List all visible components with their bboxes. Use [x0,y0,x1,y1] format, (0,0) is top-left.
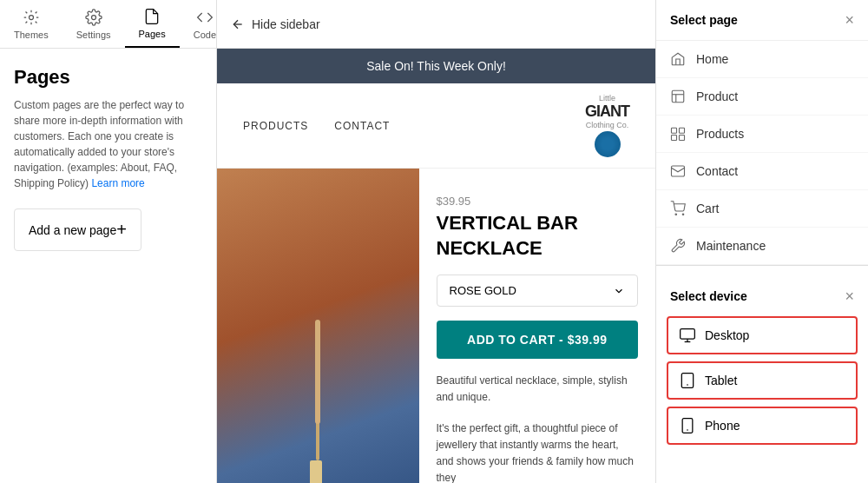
product-section: $39.95 VERTICAL BAR NECKLACE ROSE GOLD A… [217,169,655,483]
brand-logo: Little GIANT Clothing Co. [585,94,629,157]
nav-products[interactable]: PRODUCTS [243,120,308,132]
variant-selector[interactable]: ROSE GOLD [437,275,639,307]
right-panels: Select page × Home Product [655,0,868,483]
select-page-title: Select page [670,13,738,27]
hide-sidebar-button[interactable]: Hide sidebar [217,0,655,49]
svg-point-12 [682,214,684,215]
products-icon [670,126,686,142]
page-cart-label: Cart [696,202,719,215]
brand-prefix: Little [599,94,615,103]
product-title: VERTICAL BAR NECKLACE [437,211,639,261]
svg-point-0 [29,15,33,19]
svg-rect-7 [680,128,685,133]
product-details: $39.95 VERTICAL BAR NECKLACE ROSE GOLD A… [419,169,656,483]
variant-value: ROSE GOLD [450,284,516,297]
toolbar: Themes Settings Pages Code [0,0,216,49]
maintenance-icon [670,238,686,254]
toolbar-settings[interactable]: Settings [62,2,125,47]
page-item-product[interactable]: Product [656,78,868,116]
svg-rect-18 [682,419,693,433]
select-page-header: Select page × [656,0,868,41]
device-desktop-label: Desktop [705,328,749,342]
select-device-section: Select device × Desktop Tablet Phone [656,266,868,452]
toolbar-settings-label: Settings [76,30,111,40]
toolbar-themes[interactable]: Themes [0,2,62,47]
svg-rect-8 [672,136,677,141]
product-description-1: Beautiful vertical necklace, simple, sty… [437,373,639,406]
page-item-contact[interactable]: Contact [656,153,868,190]
sidebar-description: Custom pages are the perfect way to shar… [14,97,202,191]
device-phone[interactable]: Phone [667,407,858,445]
arrow-left-icon [231,17,245,31]
select-device-title: Select device [670,289,747,303]
select-device-close[interactable]: × [845,288,854,304]
monitor-icon [679,327,696,344]
home-icon [670,51,686,67]
main-area: Hide sidebar Sale On! This Week Only! PR… [217,0,655,483]
learn-more-link[interactable]: Learn more [91,177,144,189]
chevron-down-icon [613,285,625,297]
svg-rect-13 [681,329,695,340]
device-phone-label: Phone [705,419,740,433]
page-home-label: Home [696,52,728,66]
svg-rect-9 [680,136,685,141]
page-item-maintenance[interactable]: Maintenance [656,228,868,265]
contact-icon [670,163,686,179]
toolbar-pages-label: Pages [139,29,166,39]
add-page-button[interactable]: Add a new page + [14,208,141,251]
brand-globe-icon [595,131,621,157]
page-products-label: Products [696,127,744,141]
sidebar-content: Pages Custom pages are the perfect way t… [0,49,216,483]
product-image [217,169,419,483]
hide-sidebar-label: Hide sidebar [252,17,320,31]
product-old-price: $39.95 [437,195,639,208]
toolbar-code-label: Code [194,30,216,40]
svg-rect-10 [672,166,685,176]
svg-rect-6 [672,128,677,133]
device-tablet[interactable]: Tablet [667,361,858,400]
select-device-header: Select device × [667,276,858,316]
brand-suffix: Clothing Co. [586,121,629,129]
sale-banner: Sale On! This Week Only! [217,49,655,83]
left-sidebar: Themes Settings Pages Code Pages Custom … [0,0,217,483]
nav-links: PRODUCTS CONTACT [243,120,390,132]
svg-point-1 [91,15,95,19]
preview-inner: Sale On! This Week Only! PRODUCTS CONTAC… [217,49,655,483]
svg-rect-3 [672,90,684,103]
page-item-home[interactable]: Home [656,41,868,78]
nav-contact[interactable]: CONTACT [334,120,390,132]
product-image-area [217,169,419,483]
sidebar-title: Pages [14,66,202,89]
cart-icon [670,201,686,216]
page-maintenance-label: Maintenance [696,239,766,253]
tablet-icon [679,372,696,389]
nav-bar: PRODUCTS CONTACT Little GIANT Clothing C… [217,83,655,169]
product-description-2: It's the perfect gift, a thoughtful piec… [437,420,639,483]
plus-icon: + [116,220,127,240]
page-contact-label: Contact [696,164,738,178]
page-product-label: Product [696,89,738,103]
add-to-cart-button[interactable]: ADD TO CART - $39.99 [437,321,639,359]
page-item-products[interactable]: Products [656,116,868,153]
brand-name: GIANT [585,103,629,121]
select-page-section: Select page × Home Product [656,0,868,266]
phone-icon [679,417,696,434]
product-icon [670,89,686,104]
select-page-close[interactable]: × [845,12,854,28]
svg-point-11 [675,214,677,215]
device-desktop[interactable]: Desktop [667,316,858,354]
device-tablet-label: Tablet [705,374,737,387]
toolbar-themes-label: Themes [14,30,49,40]
toolbar-pages[interactable]: Pages [125,1,180,48]
website-preview: Sale On! This Week Only! PRODUCTS CONTAC… [217,49,655,483]
svg-rect-16 [681,374,693,388]
page-item-cart[interactable]: Cart [656,190,868,228]
add-page-label: Add a new page [29,223,116,237]
